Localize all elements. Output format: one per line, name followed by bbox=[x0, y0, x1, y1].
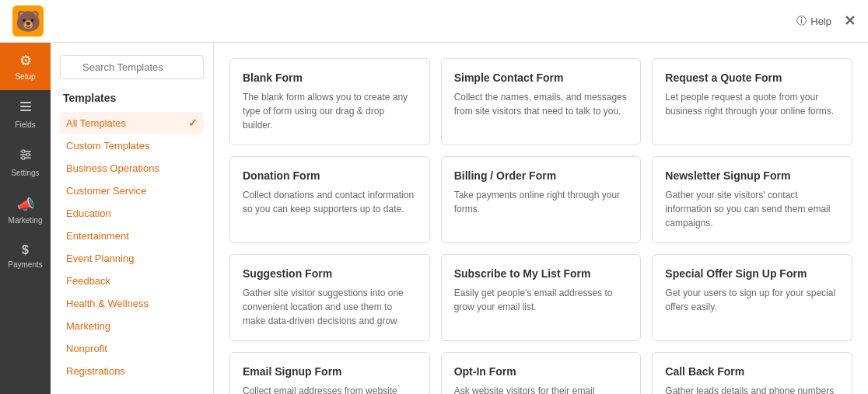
template-card-title: Opt-In Form bbox=[454, 365, 628, 378]
nav-label-marketing: Marketing bbox=[9, 216, 43, 225]
template-card-call-back-form[interactable]: Call Back Form Gather leads details and … bbox=[652, 352, 852, 394]
template-card-desc: Take payments online right through your … bbox=[454, 188, 628, 216]
svg-rect-1 bbox=[20, 106, 31, 107]
template-card-desc: Collect email addresses from website bbox=[243, 384, 417, 394]
nav-item-settings[interactable]: Settings bbox=[0, 138, 51, 187]
content-area: Blank Form The blank form allows you to … bbox=[214, 43, 868, 394]
topbar-right: ⓘ Help ✕ bbox=[796, 12, 856, 30]
nav-label-setup: Setup bbox=[15, 72, 35, 81]
sidebar-section-title: Templates bbox=[60, 92, 204, 104]
svg-rect-2 bbox=[20, 110, 31, 111]
template-card-request-a-quote-form[interactable]: Request a Quote Form Let people request … bbox=[652, 58, 852, 145]
template-card-desc: The blank form allows you to create any … bbox=[243, 90, 417, 132]
sidebar-item-label: Health & Wellness bbox=[66, 298, 149, 309]
template-card-desc: Gather your site visitors' contact infor… bbox=[665, 188, 839, 230]
nav-item-setup[interactable]: ⚙ Setup bbox=[0, 43, 51, 90]
template-card-title: Suggestion Form bbox=[243, 267, 417, 280]
sidebar-item-label: Event Planning bbox=[66, 253, 134, 264]
template-card-newsletter-signup-form[interactable]: Newsletter Signup Form Gather your site … bbox=[652, 156, 852, 243]
template-card-desc: Ask website visitors for their email bbox=[454, 384, 628, 394]
search-wrapper: 🔍 bbox=[60, 55, 204, 79]
template-grid: Blank Form The blank form allows you to … bbox=[229, 58, 852, 394]
template-card-title: Blank Form bbox=[243, 71, 417, 84]
main-layout: ⚙ Setup Fields bbox=[0, 43, 868, 394]
sidebar-item-label: Education bbox=[66, 207, 111, 219]
template-card-title: Special Offer Sign Up Form bbox=[665, 267, 839, 280]
nav-item-fields[interactable]: Fields bbox=[0, 90, 51, 138]
template-card-desc: Get your users to sign up for your speci… bbox=[665, 286, 839, 314]
template-card-blank-form[interactable]: Blank Form The blank form allows you to … bbox=[229, 58, 430, 145]
template-card-desc: Collect donations and contact informatio… bbox=[243, 188, 417, 216]
sidebar-item-business-operations[interactable]: Business Operations bbox=[60, 158, 204, 179]
close-button[interactable]: ✕ bbox=[844, 12, 856, 30]
check-icon: ✓ bbox=[188, 117, 198, 129]
sidebar-items: All Templates✓Custom TemplatesBusiness O… bbox=[60, 112, 204, 382]
sidebar-item-label: All Templates bbox=[66, 117, 126, 129]
template-card-suggestion-form[interactable]: Suggestion Form Gather site visitor sugg… bbox=[229, 254, 430, 341]
sidebar-item-education[interactable]: Education bbox=[60, 203, 204, 224]
svg-point-6 bbox=[22, 150, 25, 153]
template-card-desc: Collect the names, emails, and messages … bbox=[454, 90, 628, 118]
sidebar-item-registrations[interactable]: Registrations bbox=[60, 361, 204, 382]
sidebar-item-label: Customer Service bbox=[66, 185, 146, 197]
sidebar-item-nonprofit[interactable]: Nonprofit bbox=[60, 338, 204, 359]
sidebar-item-customer-service[interactable]: Customer Service bbox=[60, 180, 204, 201]
nav-item-payments[interactable]: $ Payments bbox=[0, 234, 51, 278]
payments-icon: $ bbox=[22, 243, 29, 257]
marketing-icon: 📣 bbox=[17, 196, 34, 213]
sidebar-item-health-wellness[interactable]: Health & Wellness bbox=[60, 293, 204, 314]
setup-icon: ⚙ bbox=[19, 52, 32, 69]
template-card-desc: Gather site visitor suggestions into one… bbox=[243, 286, 417, 328]
sidebar-item-event-planning[interactable]: Event Planning bbox=[60, 248, 204, 269]
bear-icon: 🐻 bbox=[16, 9, 40, 33]
help-circle-icon: ⓘ bbox=[796, 14, 807, 28]
sidebar-item-all-templates[interactable]: All Templates✓ bbox=[60, 112, 204, 134]
left-nav: ⚙ Setup Fields bbox=[0, 43, 51, 394]
template-card-simple-contact-form[interactable]: Simple Contact Form Collect the names, e… bbox=[441, 58, 642, 145]
sidebar-item-label: Marketing bbox=[66, 320, 110, 332]
help-button[interactable]: ⓘ Help bbox=[796, 14, 831, 28]
template-card-title: Newsletter Signup Form bbox=[665, 169, 839, 182]
sidebar-item-label: Business Operations bbox=[66, 162, 159, 174]
template-card-title: Request a Quote Form bbox=[665, 71, 839, 84]
template-card-opt-in-form[interactable]: Opt-In Form Ask website visitors for the… bbox=[441, 352, 642, 394]
nav-label-payments: Payments bbox=[8, 260, 42, 269]
template-card-title: Donation Form bbox=[243, 169, 417, 182]
settings-icon bbox=[19, 148, 33, 166]
svg-point-8 bbox=[22, 156, 25, 159]
topbar: 🐻 ⓘ Help ✕ bbox=[0, 0, 868, 43]
svg-point-7 bbox=[26, 153, 30, 156]
template-card-desc: Easily get people's email addresses to g… bbox=[454, 286, 628, 314]
template-card-title: Call Back Form bbox=[665, 365, 839, 378]
sidebar-item-custom-templates[interactable]: Custom Templates bbox=[60, 135, 204, 156]
template-card-subscribe-to-my-list-form[interactable]: Subscribe to My List Form Easily get peo… bbox=[441, 254, 642, 341]
app-logo: 🐻 bbox=[12, 5, 44, 37]
nav-label-settings: Settings bbox=[11, 169, 39, 177]
svg-rect-0 bbox=[20, 102, 31, 103]
sidebar-item-label: Entertainment bbox=[66, 230, 129, 242]
template-card-email-signup-form[interactable]: Email Signup Form Collect email addresse… bbox=[229, 352, 430, 394]
sidebar-item-label: Registrations bbox=[66, 365, 125, 377]
template-card-special-offer-sign-up-form[interactable]: Special Offer Sign Up Form Get your user… bbox=[652, 254, 852, 341]
sidebar-item-label: Feedback bbox=[66, 275, 110, 287]
search-input[interactable] bbox=[60, 55, 204, 79]
nav-label-fields: Fields bbox=[15, 120, 36, 129]
template-card-donation-form[interactable]: Donation Form Collect donations and cont… bbox=[229, 156, 430, 243]
template-card-title: Subscribe to My List Form bbox=[454, 267, 628, 280]
sidebar-item-entertainment[interactable]: Entertainment bbox=[60, 225, 204, 246]
template-card-title: Simple Contact Form bbox=[454, 71, 628, 84]
template-card-title: Billing / Order Form bbox=[454, 169, 628, 182]
fields-icon bbox=[19, 99, 33, 117]
nav-item-marketing[interactable]: 📣 Marketing bbox=[0, 187, 51, 234]
template-card-title: Email Signup Form bbox=[243, 365, 417, 378]
sidebar-item-feedback[interactable]: Feedback bbox=[60, 270, 204, 291]
template-card-billing-order-form[interactable]: Billing / Order Form Take payments onlin… bbox=[441, 156, 642, 243]
help-label: Help bbox=[810, 16, 831, 27]
template-card-desc: Let people request a quote from your bus… bbox=[665, 90, 839, 118]
template-card-desc: Gather leads details and phone numbers bbox=[665, 384, 839, 394]
sidebar: 🔍 Templates All Templates✓Custom Templat… bbox=[51, 43, 214, 394]
sidebar-item-label: Custom Templates bbox=[66, 140, 149, 152]
sidebar-item-label: Nonprofit bbox=[66, 343, 107, 354]
sidebar-item-marketing[interactable]: Marketing bbox=[60, 316, 204, 336]
